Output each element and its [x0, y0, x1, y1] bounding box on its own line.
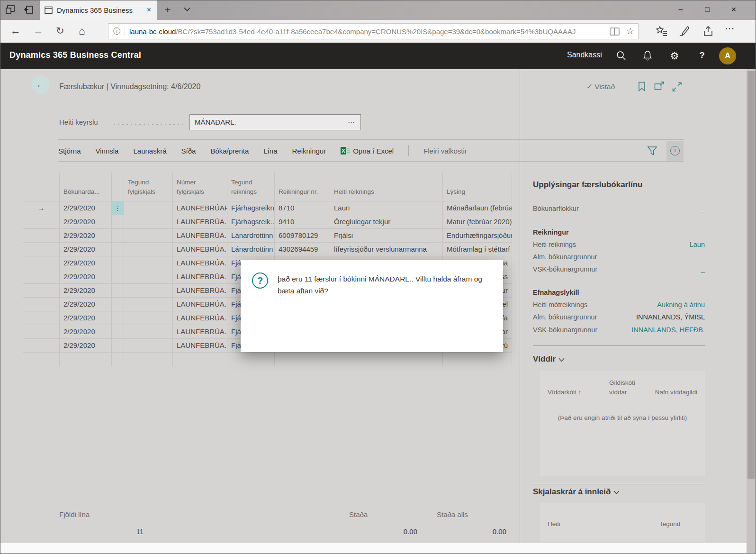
- cell-doc-no[interactable]: LAUNFEBRÚA...: [173, 270, 227, 283]
- new-tab-icon[interactable]: +: [165, 4, 171, 16]
- row-menu-cell[interactable]: [112, 283, 124, 297]
- back-icon[interactable]: ←: [10, 25, 21, 37]
- tab-dropdown-icon[interactable]: [184, 7, 195, 18]
- cell-acc-type[interactable]: Fjárhagsreik...: [227, 215, 275, 228]
- row-menu-cell[interactable]: [112, 352, 124, 366]
- cell-acc-type[interactable]: Lánardrottinn: [227, 228, 275, 242]
- col-doc-no[interactable]: Númerfylgiskjals: [173, 173, 227, 201]
- bal-account-name-row[interactable]: Heiti mótreiknings Aukning á árinu: [533, 301, 705, 313]
- more-menu-icon[interactable]: ⋯: [725, 23, 735, 34]
- cell-doc-no[interactable]: LAUNFEBRÚA...: [173, 242, 227, 256]
- row-menu-cell[interactable]: [112, 242, 124, 256]
- row-menu-cell[interactable]: [112, 215, 124, 228]
- cell-posting-date[interactable]: 2/29/2020: [60, 215, 112, 228]
- page-scrollbar[interactable]: [747, 69, 756, 553]
- cell-description[interactable]: Matur (febrúar 2020): [443, 215, 512, 228]
- bal-account-name-value[interactable]: Aukning á árinu: [657, 301, 705, 309]
- url-text[interactable]: launa-bc-cloud/BC/?sk=753ad1d3-54ed-4e40…: [129, 27, 610, 36]
- cell-acc-name[interactable]: Frjálsi: [330, 228, 443, 242]
- bal-gen-posting-row[interactable]: Alm. bókunargrunnur INNANLANDS, ÝMISL: [533, 313, 705, 326]
- cell-posting-date[interactable]: [60, 352, 112, 366]
- cell-doc-type[interactable]: [124, 311, 173, 325]
- avatar[interactable]: A: [719, 47, 736, 64]
- maximize-icon[interactable]: □: [696, 0, 718, 19]
- batch-name-input[interactable]: MÁNAÐARL. ⋯: [189, 114, 361, 130]
- col-description[interactable]: Lýsing: [443, 173, 512, 201]
- table-row[interactable]: 2/29/2020 LAUNFEBRÚA... Fjárhagsreik... …: [23, 215, 512, 228]
- forward-icon[interactable]: →: [33, 25, 44, 37]
- notifications-icon[interactable]: [642, 50, 654, 62]
- environment-badge[interactable]: Sandkassi: [567, 51, 602, 59]
- gen-posting-row[interactable]: Alm. bókunargrunnur: [533, 253, 705, 265]
- col-acc-no[interactable]: Reikningur nr.: [275, 173, 330, 201]
- cell-doc-no[interactable]: LAUNFEBRÚA...: [173, 256, 227, 270]
- row-menu-cell[interactable]: [112, 228, 124, 242]
- col-acc-type[interactable]: Tegundreiknings: [227, 173, 275, 201]
- filter-icon[interactable]: [647, 145, 657, 156]
- factbox-toggle-button[interactable]: i: [666, 141, 684, 161]
- cell-doc-no[interactable]: LAUNFEBRÚA...: [173, 215, 227, 228]
- bal-vat-posting-value[interactable]: INNANLANDS, HEFÐB.: [631, 326, 705, 334]
- cell-posting-date[interactable]: 2/29/2020: [60, 283, 112, 297]
- tab-preview-icon[interactable]: [6, 5, 17, 15]
- account-name-row[interactable]: Heiti reiknings Laun: [533, 241, 705, 253]
- dimensions-title[interactable]: Víddir: [533, 354, 705, 364]
- close-window-icon[interactable]: ×: [723, 0, 745, 19]
- browser-tab[interactable]: Dynamics 365 Business ×: [40, 0, 157, 20]
- row-menu-cell[interactable]: [112, 325, 124, 338]
- cell-doc-no[interactable]: LAUNFEBRÚA...: [173, 338, 227, 352]
- cell-acc-no[interactable]: 9410: [275, 215, 330, 228]
- cell-posting-date[interactable]: 2/29/2020: [60, 242, 112, 256]
- refresh-icon[interactable]: ↻: [56, 25, 64, 37]
- menu-boka-prenta[interactable]: Bóka/prenta: [210, 147, 249, 155]
- table-row[interactable]: → 2/29/2020 ⋮ LAUNFEBRÚAR Fjárhagsreikn …: [23, 201, 512, 215]
- dim-col-value-code[interactable]: Gildiskótivíddar: [609, 378, 635, 398]
- dim-col-value-name[interactable]: Nafn víddagildi: [655, 388, 697, 397]
- cell-description[interactable]: Mótframlag í stéttarf: [443, 242, 512, 256]
- cell-doc-no[interactable]: LAUNFEBRÚAR: [173, 201, 227, 215]
- cell-acc-name[interactable]: Laun: [330, 201, 443, 215]
- lookup-ellipsis-icon[interactable]: ⋯: [348, 115, 355, 130]
- cell-doc-type[interactable]: [124, 297, 173, 311]
- menu-lina[interactable]: Lína: [263, 147, 277, 155]
- cell-acc-no[interactable]: 4302694459: [275, 242, 330, 256]
- settings-icon[interactable]: ⚙: [669, 50, 680, 62]
- row-menu-cell[interactable]: [112, 270, 124, 283]
- cell-acc-no[interactable]: [275, 352, 330, 366]
- cell-doc-type[interactable]: [124, 215, 173, 228]
- cell-doc-no[interactable]: LAUNFEBRÚA...: [173, 297, 227, 311]
- cell-acc-type[interactable]: Fjárhagsreikn: [227, 201, 275, 215]
- cell-acc-name[interactable]: lífeyrissjóður verslunarmanna: [330, 242, 443, 256]
- posting-group-value[interactable]: _: [701, 205, 705, 212]
- menu-vinnsla[interactable]: Vinnsla: [96, 147, 119, 155]
- open-in-excel-button[interactable]: X Opna í Excel: [341, 146, 394, 155]
- bookmark-icon[interactable]: [638, 82, 648, 92]
- posting-group-row[interactable]: Bókunarflokkur _: [533, 205, 705, 217]
- address-bar[interactable]: ⓘ launa-bc-cloud/BC/?sk=753ad1d3-54ed-4e…: [108, 23, 639, 39]
- collapse-icon[interactable]: [672, 82, 682, 92]
- favorite-star-icon[interactable]: ☆: [626, 27, 634, 36]
- cell-posting-date[interactable]: 2/29/2020: [60, 270, 112, 283]
- table-row[interactable]: 2/29/2020 LAUNFEBRÚA... Lánardrottinn 43…: [23, 242, 512, 256]
- row-menu-cell[interactable]: [112, 338, 124, 352]
- cell-acc-type[interactable]: Lánardrottinn: [227, 242, 275, 256]
- cell-acc-name[interactable]: [330, 352, 443, 366]
- menu-reikningur[interactable]: Reikningur: [292, 147, 326, 155]
- share-icon[interactable]: [702, 25, 714, 37]
- account-name-value[interactable]: Laun: [690, 241, 705, 248]
- row-menu-cell[interactable]: [112, 311, 124, 325]
- ink-notes-icon[interactable]: [678, 25, 691, 37]
- cell-acc-type[interactable]: [227, 352, 275, 366]
- cell-description[interactable]: Mánaðarlaun (febrúa: [443, 201, 512, 215]
- menu-sida[interactable]: Síða: [181, 147, 196, 155]
- cell-description[interactable]: [443, 352, 512, 366]
- table-row[interactable]: [23, 352, 512, 366]
- popout-icon[interactable]: [654, 82, 665, 92]
- cell-acc-no[interactable]: 6009780129: [275, 228, 330, 242]
- menu-stjorna[interactable]: Stjórna: [58, 147, 81, 155]
- cell-posting-date[interactable]: 2/29/2020: [60, 311, 112, 325]
- bal-vat-posting-row[interactable]: VSK-bókunargrunnur INNANLANDS, HEFÐB.: [533, 326, 705, 338]
- set-tabs-aside-icon[interactable]: [24, 5, 35, 15]
- site-info-icon[interactable]: ⓘ: [113, 27, 121, 36]
- cell-doc-type[interactable]: [124, 338, 173, 352]
